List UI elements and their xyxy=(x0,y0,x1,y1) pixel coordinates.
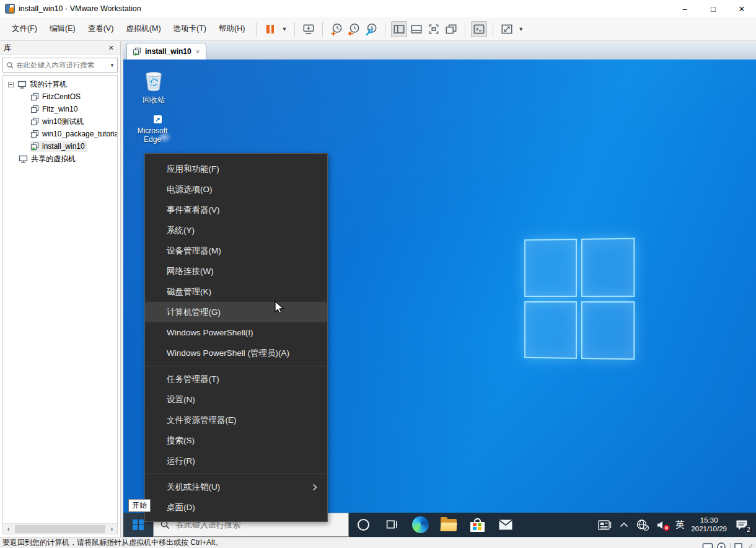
full-screen-button[interactable] xyxy=(426,21,442,37)
menu-apps-features[interactable]: 应用和功能(F) xyxy=(145,159,327,179)
hard-disk-status-icon[interactable] xyxy=(702,542,713,548)
menu-file[interactable]: 文件(F) xyxy=(6,20,43,37)
tab-install-win10[interactable]: install_win10 ✕ xyxy=(126,43,206,60)
free-stretch-icon xyxy=(500,22,514,36)
news-widget-icon[interactable] xyxy=(597,519,612,531)
library-search-input[interactable] xyxy=(16,61,107,69)
network-disconnected-icon[interactable] xyxy=(636,519,649,531)
cd-dvd-status-icon[interactable] xyxy=(716,542,727,548)
windows-wallpaper-logo xyxy=(524,238,635,360)
horizontal-scrollbar[interactable]: ‹ › xyxy=(3,523,117,534)
start-tooltip: 开始 xyxy=(128,499,151,512)
minimize-button[interactable]: – xyxy=(670,0,699,17)
maximize-button[interactable]: □ xyxy=(699,0,727,17)
library-close-icon[interactable]: ✕ xyxy=(106,44,116,52)
microsoft-store-button[interactable] xyxy=(463,513,491,537)
show-library-button[interactable] xyxy=(391,21,407,37)
menu-network-connections[interactable]: 网络连接(W) xyxy=(145,261,327,281)
desktop-icon-recycle-bin[interactable]: 回收站 xyxy=(133,68,174,104)
collapse-icon[interactable] xyxy=(8,82,14,87)
revert-snapshot-button[interactable] xyxy=(346,21,362,37)
console-view-icon xyxy=(472,22,486,36)
send-ctrl-alt-del-button[interactable] xyxy=(301,21,317,37)
show-thumbnail-bar-button[interactable] xyxy=(408,21,424,37)
mouse-cursor xyxy=(273,300,286,315)
manage-snapshots-button[interactable] xyxy=(363,21,379,37)
menu-shutdown-signout[interactable]: 关机或注销(U) xyxy=(145,477,327,497)
menu-computer-management[interactable]: 计算机管理(G) xyxy=(145,302,327,322)
menu-disk-management[interactable]: 磁盘管理(K) xyxy=(145,281,327,302)
console-view-button[interactable] xyxy=(471,21,487,37)
menu-system[interactable]: 系统(Y) xyxy=(145,220,327,241)
menu-search[interactable]: 搜索(S) xyxy=(145,430,327,451)
menu-settings[interactable]: 设置(N) xyxy=(145,389,327,410)
show-library-icon xyxy=(392,22,406,36)
clock-time: 15:30 xyxy=(700,516,718,524)
tree-item-win10-package-tutorial[interactable]: win10_package_tutoria xyxy=(3,128,117,140)
tab-close-icon[interactable]: ✕ xyxy=(195,48,200,55)
menu-device-manager[interactable]: 设备管理器(M) xyxy=(145,241,327,261)
unity-mode-icon xyxy=(444,22,458,36)
task-view-button[interactable] xyxy=(377,513,406,537)
file-explorer-icon xyxy=(441,519,457,531)
ime-indicator[interactable]: 英 xyxy=(675,519,685,531)
volume-muted-icon[interactable] xyxy=(656,519,669,531)
revert-snapshot-icon xyxy=(347,22,361,36)
menu-tabs[interactable]: 选项卡(T) xyxy=(168,20,212,37)
tree-item-fitzcentos[interactable]: FitzCentOS xyxy=(3,91,117,103)
pause-dropdown-caret[interactable]: ▼ xyxy=(279,26,289,32)
show-hidden-icons-chevron[interactable] xyxy=(619,521,629,528)
tree-item-my-computer[interactable]: 我的计算机 xyxy=(3,78,117,91)
menu-view[interactable]: 查看(V) xyxy=(82,20,120,37)
vm-icon xyxy=(30,130,39,138)
tree-item-install-win10[interactable]: install_win10 xyxy=(3,140,117,152)
menu-run[interactable]: 运行(R) xyxy=(145,451,327,471)
pause-button[interactable] xyxy=(262,21,278,37)
taskbar-clock[interactable]: 15:30 2021/10/29 xyxy=(691,516,727,533)
clock-date: 2021/10/29 xyxy=(691,525,727,533)
scroll-right-icon[interactable]: › xyxy=(107,525,117,533)
vm-icon xyxy=(30,92,39,101)
tab-label: install_win10 xyxy=(145,47,191,56)
scroll-left-icon[interactable]: ‹ xyxy=(3,525,14,533)
desktop-icon-microsoft-edge[interactable]: ↗ Microsoft Edge xyxy=(131,125,174,144)
mail-button[interactable] xyxy=(491,513,520,537)
take-snapshot-icon xyxy=(330,22,343,36)
shortcut-arrow-icon: ↗ xyxy=(154,115,162,123)
menu-file-explorer[interactable]: 文件资源管理器(E) xyxy=(145,410,327,430)
menu-powershell[interactable]: Windows PowerShell(I) xyxy=(145,322,327,343)
menu-task-manager[interactable]: 任务管理器(T) xyxy=(145,369,327,389)
menu-vm[interactable]: 虚拟机(M) xyxy=(120,20,166,37)
free-stretch-button[interactable] xyxy=(499,21,515,37)
menu-desktop[interactable]: 桌面(D) xyxy=(145,497,327,518)
edge-taskbar-button[interactable] xyxy=(406,513,434,537)
full-screen-icon xyxy=(427,22,441,36)
free-stretch-dropdown-caret[interactable]: ▼ xyxy=(516,26,525,32)
vmware-logo-icon xyxy=(5,4,15,14)
menu-power-options[interactable]: 电源选项(O) xyxy=(145,179,327,200)
tree-label: FitzCentOS xyxy=(42,92,81,101)
scrollbar-thumb[interactable] xyxy=(15,525,105,533)
search-dropdown-caret[interactable]: ▼ xyxy=(107,58,117,72)
file-explorer-button[interactable] xyxy=(434,513,463,537)
menu-powershell-admin[interactable]: Windows PowerShell (管理员)(A) xyxy=(145,343,327,363)
tree-item-win10-test[interactable]: win10测试机 xyxy=(3,115,117,128)
resize-grip[interactable] xyxy=(746,543,754,548)
message-status-icon[interactable] xyxy=(734,542,743,548)
close-button[interactable]: ✕ xyxy=(727,0,756,17)
menu-help[interactable]: 帮助(H) xyxy=(213,20,250,37)
unity-mode-button[interactable] xyxy=(443,21,459,37)
tree-item-shared-vms[interactable]: 共享的虚拟机 xyxy=(3,152,117,165)
menu-separator xyxy=(146,474,327,474)
menu-edit[interactable]: 编辑(E) xyxy=(44,20,81,37)
tree-item-fitz-win10[interactable]: Fitz_win10 xyxy=(3,103,117,115)
take-snapshot-button[interactable] xyxy=(328,21,345,37)
library-search[interactable]: ▼ xyxy=(2,58,118,73)
tree-label: 共享的虚拟机 xyxy=(31,154,76,164)
menu-event-viewer[interactable]: 事件查看器(V) xyxy=(145,200,327,220)
title-bar: install_win10 - VMware Workstation – □ ✕ xyxy=(0,0,756,17)
action-center-button[interactable]: 2 xyxy=(734,518,750,533)
vm-display[interactable]: 回收站 ↗ Microsoft Edge 应用和功能(F) 电源选项(O) 事件… xyxy=(123,60,756,537)
cortana-button[interactable] xyxy=(349,513,377,537)
tree-label: 我的计算机 xyxy=(30,79,67,90)
